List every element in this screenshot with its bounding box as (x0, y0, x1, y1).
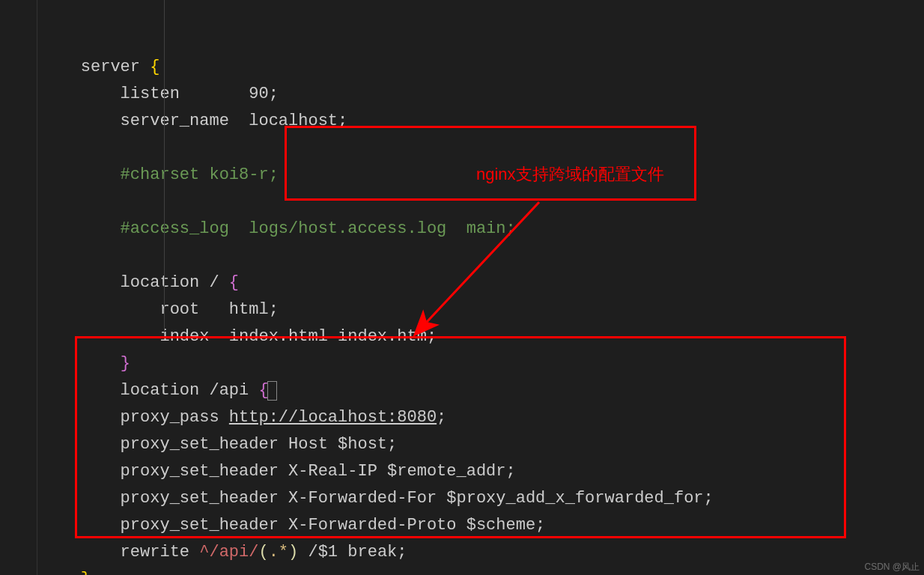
code-line-17: proxy_set_header X-Forwarded-For $proxy_… (41, 489, 714, 508)
code-line-15: proxy_set_header Host $host; (41, 435, 397, 454)
code-line-13: location /api { (41, 381, 277, 400)
code-line-6 (41, 192, 51, 211)
code-line-12: } (41, 354, 130, 373)
code-line-14: proxy_pass http://localhost:8080; (41, 408, 446, 427)
code-line-8 (41, 246, 51, 265)
code-line-9: location / { (41, 273, 239, 292)
text-cursor (267, 381, 277, 401)
code-line-3: server_name localhost; (41, 112, 347, 130)
code-line-18: proxy_set_header X-Forwarded-Proto $sche… (41, 516, 545, 535)
code-line-10: root html; (41, 300, 279, 319)
code-line-2: listen 90; (41, 85, 279, 103)
code-line-11: index index.html index.htm; (41, 327, 437, 346)
code-line-5: #charset koi8-r; (41, 165, 279, 184)
code-line-19: rewrite ^/api/(.*) /$1 break; (41, 543, 407, 562)
watermark: CSDN @风止 (864, 561, 920, 574)
code-line-1: server { (41, 58, 159, 76)
code-line-16: proxy_set_header X-Real-IP $remote_addr; (41, 462, 516, 481)
code-line-20: } (41, 570, 91, 575)
gutter-divider (37, 0, 37, 575)
code-line-4 (41, 139, 51, 157)
code-block[interactable]: server { listen 90; server_name localhos… (41, 0, 714, 575)
code-line-7: #access_log logs/host.access.log main; (41, 219, 516, 238)
indent-guide (164, 0, 165, 332)
